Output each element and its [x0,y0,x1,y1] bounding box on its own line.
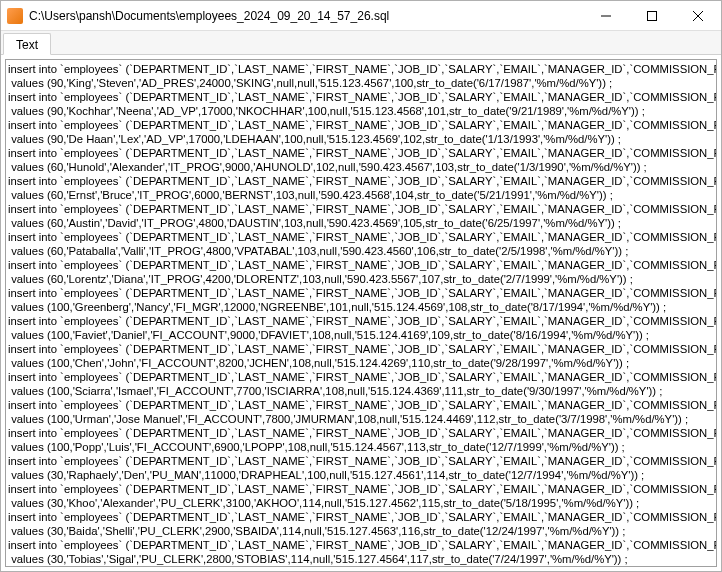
titlebar[interactable]: C:\Users\pansh\Documents\employees_2024_… [1,1,721,31]
minimize-icon [601,11,611,21]
tab-bar: Text [1,31,721,55]
window: C:\Users\pansh\Documents\employees_2024_… [0,0,722,572]
window-title: C:\Users\pansh\Documents\employees_2024_… [29,9,583,23]
close-icon [693,11,703,21]
content-area: insert into `employees` (`DEPARTMENT_ID`… [1,55,721,571]
maximize-icon [647,11,657,21]
maximize-button[interactable] [629,1,675,30]
app-icon [7,8,23,24]
minimize-button[interactable] [583,1,629,30]
svg-rect-0 [648,11,657,20]
close-button[interactable] [675,1,721,30]
window-control-group [583,1,721,30]
tab-text[interactable]: Text [3,33,51,55]
text-editor[interactable]: insert into `employees` (`DEPARTMENT_ID`… [5,59,717,567]
text-content[interactable]: insert into `employees` (`DEPARTMENT_ID`… [6,60,716,566]
